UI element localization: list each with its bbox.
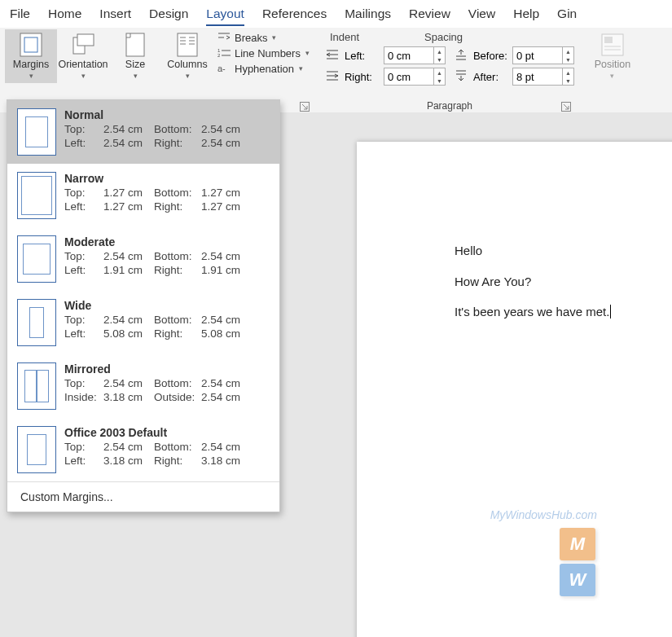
- indent-header: Indent: [330, 31, 359, 43]
- watermark-logo-top: M: [560, 528, 595, 560]
- indent-right-label: Right:: [345, 71, 380, 83]
- chevron-down-icon: ▾: [29, 72, 33, 80]
- tab-references[interactable]: References: [262, 5, 327, 26]
- hyphenation-button[interactable]: a- Hyphenation ▾: [217, 62, 310, 75]
- custom-margins-button[interactable]: Custom Margins...: [7, 481, 279, 512]
- watermark: MyWindowsHub.com M W: [490, 508, 597, 598]
- orientation-label: Orientation: [58, 59, 108, 71]
- chevron-down-icon: ▾: [134, 72, 138, 80]
- watermark-logo-bottom: W: [560, 564, 595, 596]
- tab-design[interactable]: Design: [149, 5, 188, 26]
- indent-right-input[interactable]: 0 cm ▲▼: [384, 68, 446, 86]
- tab-insert[interactable]: Insert: [99, 5, 131, 26]
- tab-mailings[interactable]: Mailings: [345, 5, 391, 26]
- spacing-before-input[interactable]: 0 pt ▲▼: [512, 46, 574, 64]
- margins-preset-office[interactable]: Office 2003 DefaultTop:2.54 cmBottom:2.5…: [7, 418, 279, 481]
- indent-left-label: Left:: [345, 50, 380, 62]
- indent-right-icon: [325, 69, 341, 84]
- columns-label: Columns: [167, 59, 207, 71]
- margins-preset-normal[interactable]: NormalTop:2.54 cmBottom:2.54 cmLeft:2.54…: [7, 100, 279, 164]
- margins-preset-title: Mirrored: [64, 362, 270, 376]
- chevron-down-icon: ▾: [272, 33, 276, 42]
- tab-file[interactable]: File: [10, 5, 30, 26]
- spacing-before-label: Before:: [473, 50, 509, 62]
- margins-label: Margins: [13, 59, 49, 71]
- tab-help[interactable]: Help: [513, 5, 539, 26]
- spacing-after-label: After:: [473, 71, 509, 83]
- paragraph-launcher[interactable]: [561, 102, 571, 112]
- size-button[interactable]: Size ▾: [109, 29, 161, 83]
- spin-down-icon: ▼: [563, 77, 573, 85]
- size-icon: [123, 33, 147, 57]
- chevron-down-icon: ▾: [610, 72, 614, 80]
- margins-preset-icon: [17, 426, 56, 473]
- svg-rect-20: [604, 37, 613, 43]
- tab-layout[interactable]: Layout: [206, 5, 244, 26]
- spin-down-icon: ▼: [563, 55, 573, 64]
- tab-gin[interactable]: Gin: [557, 5, 577, 26]
- page-setup-launcher[interactable]: [300, 102, 310, 112]
- margins-button[interactable]: Margins ▾: [5, 29, 57, 83]
- tab-home[interactable]: Home: [48, 5, 81, 26]
- chevron-down-icon: ▾: [305, 49, 310, 57]
- margins-preset-icon: [17, 362, 56, 410]
- indent-left-icon: [325, 48, 341, 63]
- margins-preset-moderate[interactable]: ModerateTop:2.54 cmBottom:2.54 cmLeft:1.…: [7, 227, 279, 291]
- margins-preset-wide[interactable]: WideTop:2.54 cmBottom:2.54 cmLeft:5.08 c…: [7, 291, 279, 354]
- margins-icon: [19, 33, 43, 57]
- svg-rect-0: [20, 33, 42, 56]
- document-paragraph: It's been years we have met.: [455, 304, 672, 320]
- indent-left-input[interactable]: 0 cm ▲▼: [384, 46, 446, 64]
- spacing-after-icon: [454, 69, 470, 84]
- margins-preset-title: Office 2003 Default: [64, 426, 270, 439]
- position-label: Position: [595, 59, 630, 71]
- columns-icon: [175, 33, 200, 57]
- tab-view[interactable]: View: [468, 5, 495, 26]
- orientation-button[interactable]: Orientation ▾: [57, 29, 109, 83]
- svg-rect-4: [126, 33, 144, 56]
- spin-up-icon: ▲: [563, 68, 573, 77]
- spin-up-icon: ▲: [434, 68, 445, 77]
- document-paragraph: Hello: [455, 243, 672, 259]
- margins-preset-title: Narrow: [64, 172, 270, 185]
- line-numbers-icon: 12: [217, 46, 231, 59]
- margins-preset-title: Normal: [64, 108, 270, 121]
- svg-text:a-: a-: [217, 64, 226, 73]
- breaks-icon: [217, 31, 231, 44]
- margins-preset-title: Moderate: [64, 235, 270, 248]
- svg-rect-5: [178, 33, 197, 56]
- spacing-header: Spacing: [424, 31, 463, 43]
- margins-preset-icon: [17, 235, 56, 283]
- line-numbers-label: Line Numbers: [235, 47, 301, 59]
- chevron-down-icon: ▾: [81, 72, 86, 80]
- position-button[interactable]: Position ▾: [586, 29, 639, 83]
- svg-text:2: 2: [217, 53, 221, 58]
- tab-review[interactable]: Review: [409, 5, 450, 26]
- margins-preset-narrow[interactable]: NarrowTop:1.27 cmBottom:1.27 cmLeft:1.27…: [7, 164, 279, 227]
- chevron-down-icon: ▾: [186, 72, 190, 80]
- hyphenation-icon: a-: [217, 62, 231, 75]
- position-icon: [600, 33, 625, 57]
- document-paragraph: How Are You?: [455, 274, 672, 290]
- margins-preset-icon: [17, 172, 56, 219]
- svg-rect-3: [77, 34, 94, 46]
- paragraph-group-label: Paragraph: [427, 100, 472, 112]
- spin-down-icon: ▼: [434, 55, 445, 64]
- margins-menu: NormalTop:2.54 cmBottom:2.54 cmLeft:2.54…: [7, 99, 280, 512]
- breaks-button[interactable]: Breaks ▾: [217, 31, 310, 44]
- margins-preset-mirrored[interactable]: MirroredTop:2.54 cmBottom:2.54 cmInside:…: [7, 354, 279, 418]
- hyphenation-label: Hyphenation: [235, 63, 294, 75]
- breaks-label: Breaks: [235, 32, 267, 44]
- orientation-icon: [71, 33, 95, 57]
- chevron-down-icon: ▾: [299, 64, 303, 72]
- spin-up-icon: ▲: [563, 47, 573, 55]
- columns-button[interactable]: Columns ▾: [161, 29, 213, 83]
- margins-preset-title: Wide: [64, 299, 270, 312]
- spin-down-icon: ▼: [434, 77, 445, 85]
- margins-preset-icon: [17, 299, 56, 346]
- spacing-before-icon: [454, 48, 470, 63]
- line-numbers-button[interactable]: 12 Line Numbers ▾: [217, 46, 310, 59]
- size-label: Size: [125, 59, 145, 71]
- spacing-after-input[interactable]: 8 pt ▲▼: [512, 68, 574, 86]
- margins-preset-icon: [17, 108, 56, 156]
